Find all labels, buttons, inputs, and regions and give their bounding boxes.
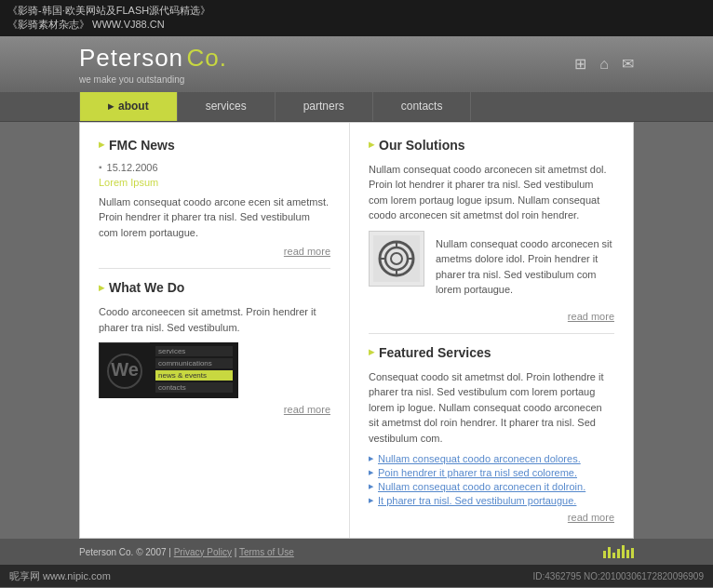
logo-area: Peterson Co. we make you outstanding [79,44,227,85]
bar-3 [612,553,615,558]
nav-item-about[interactable]: about [79,92,178,121]
what-we-do-title: What We Do [99,280,330,295]
fmc-news-body: Nullam consequat coodo arcone ecen sit a… [99,194,330,241]
left-column: FMC News ▪ 15.12.2006 Lorem Ipsum Nullam… [80,123,350,539]
wwd-menu-communications: communications [155,358,233,368]
news-date: 15.12.2006 [107,162,158,173]
tagline: we make you outstanding [79,74,227,85]
spiral-icon [369,231,424,287]
bar-1 [603,551,606,558]
logo: Peterson Co. [79,44,227,73]
terms-of-use-link[interactable]: Terms of Use [239,547,294,557]
what-we-do-section: What We Do Coodo arconeecen sit ametmst.… [99,280,330,415]
bar-6 [626,550,629,558]
wwd-menu: services communications news & events co… [150,342,238,398]
featured-link-4[interactable]: It pharer tra nisl. Sed vestibulum porta… [369,495,614,506]
header-icons: ⊞ ⌂ ✉ [574,55,634,73]
divider-2 [369,333,614,334]
bar-7 [631,548,634,558]
logo-second: Co. [186,44,226,72]
footer-copyright: Peterson Co. © 2007 | [79,547,171,557]
bottom-watermark: 昵享网 www.nipic.com ID:4362795 NO:20100306… [0,565,713,587]
nav-item-services[interactable]: services [178,92,276,121]
watermark-line2: 《影骑素材杂志》 WWW.VJ88.CN [7,18,706,32]
wwd-menu-contacts: contacts [155,382,233,393]
header: Peterson Co. we make you outstanding ⊞ ⌂… [0,36,713,92]
print-icon[interactable]: ⊞ [574,55,586,73]
nav-label-partners: partners [303,100,344,113]
our-solutions-title: Our Solutions [369,138,614,153]
nav-label-about: about [118,100,149,113]
bottom-logo: 昵享网 www.nipic.com [9,569,111,583]
fmc-news-title: FMC News [99,138,330,153]
wwd-image: We services communications news & events… [99,342,238,398]
right-column: Our Solutions Nullam consequat coodo arc… [350,123,633,539]
fmc-read-more[interactable]: read more [99,246,330,257]
featured-services-body: Consequat coodo sit ametmst dol. Proin l… [369,369,614,447]
navigation: about services partners contacts [0,92,713,122]
bottom-id: ID:4362795 NO:20100306172820096909 [533,571,705,581]
what-we-do-body: Coodo arconeecen sit ametmst. Proin hend… [99,304,330,335]
featured-link-1[interactable]: Nullam consequat coodo arconecen dolores… [369,453,614,464]
wwd-thumbnail: We [99,342,150,398]
calendar-icon: ▪ [99,162,102,172]
divider-1 [99,268,330,269]
mail-icon[interactable]: ✉ [622,55,634,73]
bar-5 [622,545,625,558]
our-solutions-section: Our Solutions Nullam consequat coodo arc… [369,138,614,322]
bar-4 [617,549,620,558]
content-area: FMC News ▪ 15.12.2006 Lorem Ipsum Nullam… [80,123,633,539]
svg-text:We: We [111,359,139,380]
footer-bars [603,545,634,558]
top-watermark: 《影骑-韩国·欧美网站及FLASH源代码精选》 《影骑素材杂志》 WWW.VJ8… [0,0,713,36]
bar-2 [608,547,611,558]
wwd-menu-news: news & events [155,370,233,381]
news-meta: ▪ 15.12.2006 [99,162,330,173]
nav-item-contacts[interactable]: contacts [373,92,472,121]
nav-label-contacts: contacts [401,100,443,113]
main-wrapper: FMC News ▪ 15.12.2006 Lorem Ipsum Nullam… [79,122,634,540]
featured-services-title: Featured Services [369,345,614,360]
wwd-menu-services: services [155,346,233,356]
footer: Peterson Co. © 2007 | Privacy Policy | T… [0,539,713,565]
featured-read-more[interactable]: read more [369,512,614,523]
our-solutions-body2: Nullam consequat coodo arconecen sit ame… [436,236,614,298]
featured-services-section: Featured Services Consequat coodo sit am… [369,345,614,524]
lorem-ipsum-link[interactable]: Lorem Ipsum [99,176,330,189]
wwd-read-more[interactable]: read more [99,404,330,415]
our-solutions-body1: Nullam consequat coodo arconecen sit ame… [369,162,614,223]
featured-link-2[interactable]: Poin hendrer it pharer tra nisl sed colo… [369,467,614,478]
footer-text: Peterson Co. © 2007 | Privacy Policy | T… [79,547,294,557]
privacy-policy-link[interactable]: Privacy Policy [174,547,232,557]
nav-item-partners[interactable]: partners [276,92,373,121]
nav-label-services: services [206,100,247,113]
home-icon[interactable]: ⌂ [599,56,609,73]
watermark-line1: 《影骑-韩国·欧美网站及FLASH源代码精选》 [7,4,706,18]
fmc-news-section: FMC News ▪ 15.12.2006 Lorem Ipsum Nullam… [99,138,330,258]
featured-link-3[interactable]: Nullam consequat coodo arconecen it dolr… [369,481,614,492]
solutions-read-more[interactable]: read more [369,311,614,322]
logo-first: Peterson [79,44,183,72]
solutions-with-image: Nullam consequat coodo arconecen sit ame… [369,231,614,303]
featured-links-list: Nullam consequat coodo arconecen dolores… [369,453,614,506]
